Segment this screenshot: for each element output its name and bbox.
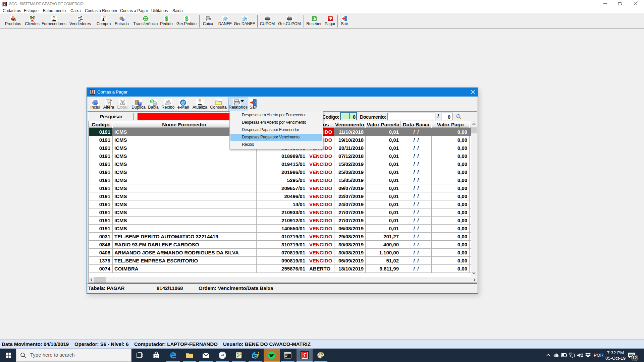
svg-text:@: @ (181, 100, 185, 105)
svg-text:C:\: C:\ (285, 354, 288, 356)
svg-text:$: $ (165, 16, 168, 21)
svg-text:$: $ (185, 16, 188, 21)
svg-text:$: $ (151, 100, 153, 103)
